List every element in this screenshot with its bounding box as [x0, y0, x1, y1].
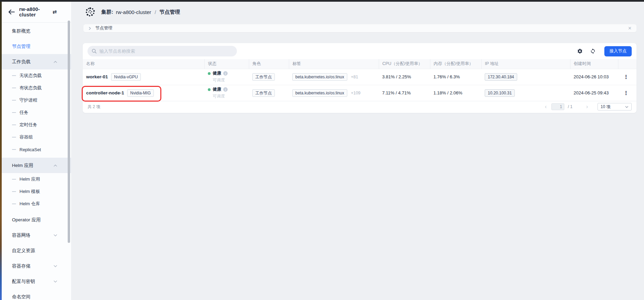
cpu-usage: 7.11% / 4.71% — [379, 85, 430, 101]
column-header-cpu[interactable]: CPU（分配/使用率） — [379, 59, 430, 69]
label-chip: beta.kubernetes.io/os:linux — [292, 89, 347, 97]
column-header-name[interactable]: 名称 — [83, 59, 204, 69]
schedulable-text: 可调度 — [213, 77, 249, 83]
main-area: 集群: rw-a800-cluster / 节点管理 节点管理 ✕ 接入节点 — [71, 2, 644, 300]
sidebar-item-helm-repos[interactable]: Helm 仓库 — [2, 198, 71, 210]
sidebar-group-config-secrets[interactable]: 配置与密钥 — [2, 274, 71, 289]
node-name-link[interactable]: controller-node-1 — [86, 90, 124, 95]
sidebar-item-jobs[interactable]: 任务 — [2, 106, 71, 119]
search-box[interactable] — [88, 46, 237, 56]
sidebar-header: rw-a800-cluster ⇄ — [2, 2, 71, 23]
node-name-link[interactable]: worker-01 — [86, 74, 108, 79]
kebab-menu-icon[interactable]: ⋮ — [621, 89, 631, 97]
dash-icon — [12, 125, 16, 125]
window-title-bar — [0, 0, 644, 2]
sidebar-item-custom-resources[interactable]: 自定义资源 — [2, 243, 71, 258]
column-header-created[interactable]: 创建时间 — [570, 59, 618, 69]
sidebar-item-helm-apps[interactable]: Helm 应用 — [2, 173, 71, 185]
search-input[interactable] — [99, 49, 233, 54]
sidebar-nav: 集群概览 节点管理 工作负载 无状态负载 有状态负载 守护进程 任务 定时任务 … — [2, 23, 71, 300]
label-more-count[interactable]: +81 — [351, 75, 358, 79]
add-node-button[interactable]: 接入节点 — [604, 46, 632, 56]
table-header-row: 名称 状态 角色 标签 CPU（分配/使用率） 内存（分配/使用率） IP 地址… — [83, 59, 636, 69]
node-list-card: 接入节点 名称 状态 角色 标签 CPU（分配/使用率） 内存（分配/使用率） … — [83, 43, 636, 113]
sidebar-group-container-storage[interactable]: 容器存储 — [2, 258, 71, 274]
sidebar-item-replicasets[interactable]: ReplicaSet — [2, 143, 71, 156]
close-icon[interactable]: ✕ — [628, 26, 632, 30]
refresh-button[interactable] — [589, 47, 597, 55]
breadcrumb-page-title: 节点管理 — [160, 9, 180, 15]
cluster-dots-logo — [84, 6, 96, 18]
switch-cluster-icon[interactable]: ⇄ — [52, 9, 57, 15]
chevron-down-icon — [53, 280, 57, 283]
column-header-status[interactable]: 状态 — [204, 59, 249, 69]
pagination: ‹ / 1 › 10 项 — [544, 103, 632, 110]
memory-usage: 1.18% / 2.06% — [430, 85, 481, 101]
dash-icon — [12, 112, 16, 113]
sidebar-item-daemonsets[interactable]: 守护进程 — [2, 94, 71, 106]
sidebar-item-deployments[interactable]: 无状态负载 — [2, 69, 71, 82]
sidebar-item-cluster-overview[interactable]: 集群概览 — [2, 23, 71, 39]
dash-icon — [12, 100, 16, 101]
breadcrumb-cluster-name[interactable]: rw-a800-cluster — [116, 9, 151, 15]
ip-chip: 172.30.40.184 — [485, 73, 517, 81]
refresh-icon — [590, 48, 596, 54]
page-size-value: 10 项 — [601, 104, 611, 110]
sidebar-item-helm-templates[interactable]: Helm 模板 — [2, 185, 71, 198]
sidebar: rw-a800-cluster ⇄ 集群概览 节点管理 工作负载 无状态负载 有… — [2, 2, 71, 300]
node-badge: Nvidia-vGPU — [111, 73, 141, 81]
chevron-down-icon — [53, 234, 57, 237]
column-header-labels[interactable]: 标签 — [289, 59, 379, 69]
page-number-input[interactable] — [551, 103, 564, 110]
dash-icon — [12, 75, 16, 76]
sidebar-scrollbar-thumb[interactable] — [68, 21, 70, 243]
sidebar-group-helm-apps[interactable]: Helm 应用 — [2, 158, 71, 173]
breadcrumb-cluster-prefix: 集群: — [101, 9, 113, 15]
cluster-header: 集群: rw-a800-cluster / 节点管理 — [71, 2, 644, 22]
sidebar-item-statefulsets[interactable]: 有状态负载 — [2, 82, 71, 94]
dash-icon — [12, 88, 16, 88]
kebab-menu-icon[interactable]: ⋮ — [621, 73, 631, 81]
settings-button[interactable] — [576, 47, 584, 55]
status-text: 健康 — [213, 87, 221, 92]
next-page-icon[interactable]: › — [585, 104, 589, 109]
info-icon[interactable]: i — [223, 87, 228, 92]
role-chip: 工作节点 — [252, 89, 275, 97]
created-time: 2024-06-25 09:43 — [570, 85, 618, 101]
tab-label: 节点管理 — [95, 25, 112, 31]
sidebar-item-namespaces[interactable]: 命名空间 — [2, 289, 71, 300]
chevron-up-icon — [53, 60, 57, 64]
created-time: 2024-06-26 10:03 — [570, 69, 618, 85]
sidebar-group-container-network[interactable]: 容器网络 — [2, 227, 71, 243]
sidebar-group-workloads[interactable]: 工作负载 — [2, 54, 71, 69]
total-count-text: 共 2 项 — [88, 104, 100, 110]
page-size-select[interactable]: 10 项 — [598, 103, 632, 110]
gear-icon — [577, 48, 583, 54]
back-arrow-icon[interactable] — [8, 9, 15, 15]
column-header-ip[interactable]: IP 地址 — [481, 59, 570, 69]
column-header-role[interactable]: 角色 — [249, 59, 289, 69]
node-table: 名称 状态 角色 标签 CPU（分配/使用率） 内存（分配/使用率） IP 地址… — [83, 59, 636, 101]
table-footer: 共 2 项 ‹ / 1 › 10 项 — [83, 101, 636, 112]
page-tab-bar: 节点管理 ✕ — [83, 24, 636, 32]
dash-icon — [12, 204, 16, 204]
sidebar-item-pods[interactable]: 容器组 — [2, 131, 71, 143]
memory-usage: 1.76% / 6.3% — [430, 69, 481, 85]
sidebar-item-operator-apps[interactable]: Operator 应用 — [2, 212, 71, 227]
label-more-count[interactable]: +109 — [351, 91, 360, 95]
status-text: 健康 — [213, 70, 221, 76]
info-icon[interactable]: i — [223, 71, 228, 76]
column-header-memory[interactable]: 内存（分配/使用率） — [430, 59, 481, 69]
chevron-right-icon[interactable] — [88, 27, 92, 30]
breadcrumb-separator: / — [154, 9, 157, 15]
prev-page-icon[interactable]: ‹ — [544, 104, 548, 109]
role-chip: 工作节点 — [252, 73, 275, 81]
chevron-up-icon — [53, 164, 57, 167]
status-dot-green — [208, 88, 211, 91]
sidebar-cluster-title: rw-a800-cluster — [19, 6, 48, 17]
ip-chip: 10.20.100.31 — [485, 89, 515, 97]
breadcrumb: 集群: rw-a800-cluster / 节点管理 — [101, 9, 180, 15]
toolbar: 接入节点 — [83, 43, 636, 59]
sidebar-item-cronjobs[interactable]: 定时任务 — [2, 119, 71, 131]
sidebar-item-node-management[interactable]: 节点管理 — [2, 39, 71, 54]
